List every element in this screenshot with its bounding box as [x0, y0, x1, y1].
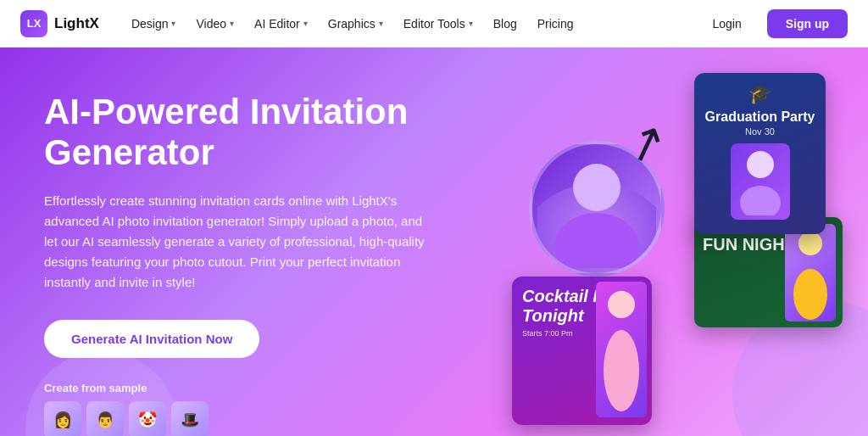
nav-item-ai-editor[interactable]: AI Editor ▾	[246, 12, 316, 36]
nav-items: Design ▾ Video ▾ AI Editor ▾ Graphics ▾ …	[123, 12, 698, 36]
svg-point-7	[608, 291, 635, 318]
nav-item-editor-tools[interactable]: Editor Tools ▾	[395, 12, 481, 36]
svg-point-1	[573, 164, 620, 211]
signup-button[interactable]: Sign up	[767, 9, 848, 38]
sample-avatar-3[interactable]: 🤡	[129, 401, 166, 436]
sample-avatar-4[interactable]: 🎩	[171, 401, 209, 436]
nav-item-blog[interactable]: Blog	[485, 12, 526, 36]
nav-right: Login Sign up	[697, 9, 848, 38]
nav-item-graphics[interactable]: Graphics ▾	[320, 12, 392, 36]
sample-section-1: Create from sample 👩 👨 🤡 🎩	[44, 382, 441, 436]
nav-item-design[interactable]: Design ▾	[123, 12, 185, 36]
login-button[interactable]: Login	[697, 10, 756, 37]
svg-point-8	[604, 330, 639, 411]
sample-avatar-2[interactable]: 👨	[86, 401, 124, 436]
hero-title: AI-Powered Invitation Generator	[44, 92, 441, 174]
graduation-card-date: Nov 30	[704, 126, 815, 137]
generate-cta-button[interactable]: Generate AI Invitation Now	[44, 320, 259, 358]
cocktail-card-photo	[596, 282, 647, 417]
chevron-down-icon: ▾	[171, 19, 175, 28]
svg-point-5	[798, 232, 822, 255]
chevron-down-icon: ▾	[469, 19, 473, 28]
graduation-card: 🎓 Graduation Party Nov 30	[694, 73, 826, 234]
logo-icon: LX	[20, 10, 47, 37]
navbar: LX LightX Design ▾ Video ▾ AI Editor ▾ G…	[0, 0, 868, 48]
sample-avatar-1[interactable]: 👩	[44, 401, 81, 436]
svg-point-4	[740, 186, 781, 215]
nav-item-pricing[interactable]: Pricing	[529, 12, 582, 36]
hero-subtitle: Effortlessly create stunning invitation …	[44, 191, 434, 293]
hero-left: AI-Powered Invitation Generator Effortle…	[0, 48, 441, 436]
svg-point-3	[747, 151, 774, 178]
nav-item-video[interactable]: Video ▾	[187, 12, 242, 36]
svg-point-6	[793, 269, 827, 320]
logo[interactable]: LX LightX	[20, 10, 99, 37]
graduation-card-title: Graduation Party	[704, 109, 815, 125]
hero-section: AI-Powered Invitation Generator Effortle…	[0, 48, 868, 436]
cocktail-card: Cocktail Party Tonight Starts 7:00 Pm	[512, 277, 652, 425]
sample-label-1: Create from sample	[44, 382, 441, 394]
chevron-down-icon: ▾	[379, 19, 383, 28]
logo-text: LightX	[54, 15, 99, 32]
graduation-card-photo	[731, 143, 790, 220]
chevron-down-icon: ▾	[303, 19, 308, 28]
sample-avatars-1: 👩 👨 🤡 🎩	[44, 401, 441, 436]
chevron-down-icon: ▾	[230, 19, 234, 28]
funnight-card-photo	[785, 224, 836, 321]
